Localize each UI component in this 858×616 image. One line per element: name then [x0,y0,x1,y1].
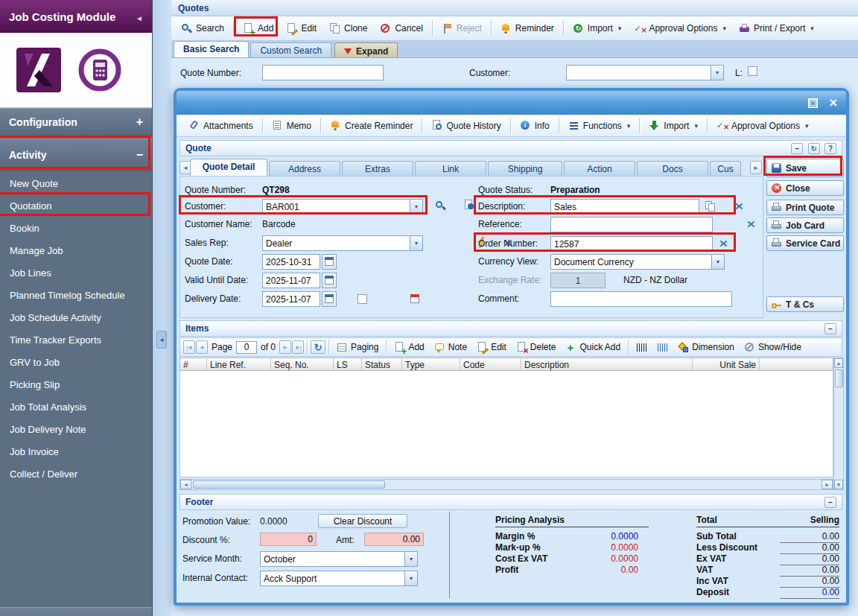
clear-discount-button[interactable]: Clear Discount [318,514,407,528]
toolbar-print-export-button[interactable]: Print / Export [733,19,820,38]
tab-expand[interactable]: Expand [334,42,398,57]
minimize-icon[interactable] [824,497,836,508]
items-barcode-blue-button[interactable] [652,340,673,355]
customer-search-dropdown[interactable] [566,65,724,80]
t-and-cs-button[interactable]: T & Cs [766,296,844,312]
splitter-collapse-icon[interactable] [156,331,167,349]
sidebar-item-bookin[interactable]: Bookin [0,217,152,240]
panel-splitter[interactable] [153,0,171,616]
minus-icon[interactable]: − [136,148,143,162]
refresh-icon[interactable] [808,143,820,154]
minimize-icon[interactable] [824,323,836,334]
sidebar-section-analysis[interactable]: Analysis + [0,607,152,616]
delivery-date-input[interactable] [262,291,320,307]
reference-input[interactable] [550,217,713,232]
last-page-icon[interactable] [292,340,304,354]
scroll-down-icon[interactable] [834,480,843,489]
chevron-down-icon[interactable] [711,255,724,269]
tab-scroll-right-icon[interactable] [750,161,762,174]
sidebar-item-job-total-analysis[interactable]: Job Total Analysis [0,396,152,419]
toolbar-reject-button[interactable]: Reject [436,19,488,38]
dialog-titlebar[interactable] [177,91,846,115]
sidebar-section-activity[interactable]: Activity − [0,139,152,171]
items-barcode-dark-button[interactable] [632,340,652,355]
sidebar-item-picking-slip[interactable]: Picking Slip [0,374,152,396]
scroll-up-icon[interactable] [834,358,843,368]
col-type[interactable]: Type [402,358,460,370]
dialog-functions-button[interactable]: Functions [562,116,637,135]
col-description[interactable]: Description [521,358,693,370]
dialog-info-button[interactable]: Info [514,116,556,135]
first-page-icon[interactable] [183,340,195,354]
items-dimension-button[interactable]: Dimension [673,340,739,355]
sidebar-item-manage-job[interactable]: Manage Job [0,240,152,262]
tab-custom-search[interactable]: Custom Search [250,42,331,57]
customer-dropdown[interactable]: BAR001 [262,199,423,215]
col-code[interactable]: Code [460,358,521,370]
minimize-icon[interactable] [791,143,803,154]
sidebar-item-time-tracker-exports[interactable]: Time Tracker Exports [0,329,152,352]
calendar-red-icon[interactable] [410,293,421,305]
close-button[interactable]: Close [766,180,844,196]
currency-view-dropdown[interactable]: Document Currency [550,254,725,270]
next-page-icon[interactable] [279,340,291,354]
amt-input[interactable] [364,533,424,546]
sidebar-item-job-invoice[interactable]: Job Invoice [0,441,152,463]
col-status[interactable]: Status [362,358,402,370]
page-input[interactable] [236,341,257,354]
toolbar-approval-options-button[interactable]: Approval Options [628,19,732,38]
col-unit-sale[interactable]: Unit Sale [693,358,760,370]
customer-info-icon[interactable] [463,200,474,211]
sidebar-item-grv-to-job[interactable]: GRV to Job [0,352,152,374]
col-line-ref[interactable]: Line Ref. [207,358,271,370]
toolbar-add-button[interactable]: Add [237,19,279,38]
close-icon[interactable] [829,98,837,108]
sidebar-header[interactable]: Job Costing Module [0,0,152,33]
plus-icon[interactable]: + [136,115,143,129]
tab-basic-search[interactable]: Basic Search [174,41,249,57]
scrollbar-thumb[interactable] [193,480,385,489]
items-quick-add-button[interactable]: Quick Add [562,340,626,355]
job-card-button[interactable]: Job Card [766,217,844,233]
tab-link[interactable]: Link [415,161,486,177]
items-delete-button[interactable]: Delete [512,340,561,355]
scissors-icon[interactable] [746,219,757,230]
tab-extras[interactable]: Extras [342,161,413,177]
print-quote-button[interactable]: Print Quote [766,200,844,215]
items-vertical-scrollbar[interactable] [833,358,844,490]
dialog-memo-button[interactable]: Memo [266,116,317,135]
toolbar-search-button[interactable]: Search [175,19,230,38]
items-edit-button[interactable]: Edit [472,340,511,355]
dialog-approval-options-button[interactable]: Approval Options [711,116,815,135]
chevron-down-icon[interactable] [410,236,422,250]
sidebar-item-quotation[interactable]: Quotation [0,195,152,217]
toolbar-reminder-button[interactable]: Reminder [495,19,560,38]
toolbar-edit-button[interactable]: Edit [280,19,322,38]
dialog-quote-history-button[interactable]: Quote History [425,116,506,135]
order-number-input[interactable] [550,236,713,252]
dialog-import-button[interactable]: Import [643,116,704,135]
items-grid-body[interactable] [179,371,833,477]
chevron-down-icon[interactable] [410,200,422,214]
sidebar-section-configuration[interactable]: Configuration + [0,108,152,136]
items-horizontal-scrollbar[interactable] [179,479,833,490]
description-input[interactable] [550,199,699,215]
collapse-left-icon[interactable] [136,10,143,23]
calendar-icon[interactable] [322,291,337,307]
internal-contact-dropdown[interactable]: Acck Support [260,571,418,586]
sidebar-item-planned-timelog-schedule[interactable]: Planned Timelog Schedule [0,285,152,307]
toolbar-cancel-button[interactable]: Cancel [374,19,428,38]
toolbar-clone-button[interactable]: Clone [323,19,373,38]
comment-input[interactable] [550,291,732,307]
tab-address[interactable]: Address [269,161,340,177]
l-checkbox[interactable] [748,66,757,76]
chevron-down-icon[interactable] [404,552,417,566]
help-icon[interactable] [824,143,836,154]
quote-date-input[interactable] [262,254,320,270]
scroll-right-icon[interactable] [822,480,833,489]
tab-docs[interactable]: Docs [637,161,708,177]
items-show-hide-button[interactable]: Show/Hide [740,340,806,355]
clipboard-copy-icon[interactable] [705,201,716,212]
sidebar-item-collect-deliver[interactable]: Collect / Deliver [0,463,152,486]
customer-search-icon[interactable] [435,200,446,212]
